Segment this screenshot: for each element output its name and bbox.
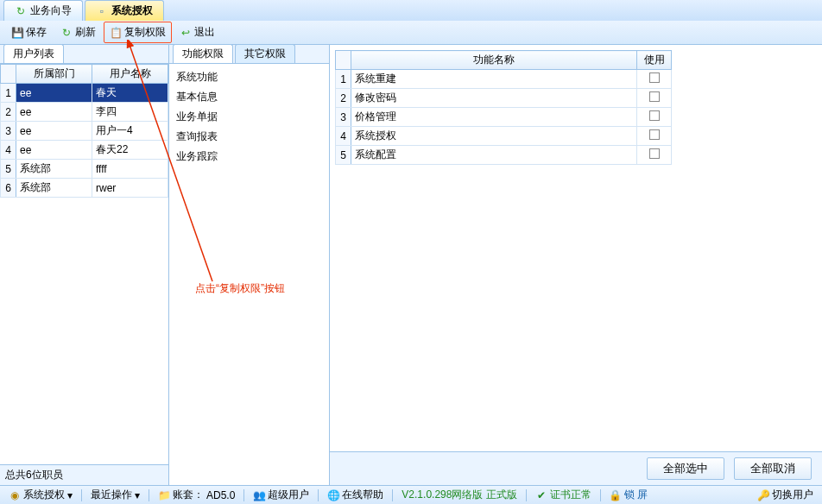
cell-use — [637, 89, 672, 108]
rownum: 5 — [1, 160, 16, 179]
document-icon: ▫ — [96, 5, 108, 17]
exit-button[interactable]: ↩ 退出 — [174, 22, 221, 43]
col-name[interactable]: 用户名称 — [92, 65, 168, 84]
col-rownum[interactable] — [1, 65, 16, 84]
rownum: 1 — [1, 84, 16, 103]
rownum: 2 — [336, 89, 351, 108]
rownum: 3 — [336, 108, 351, 127]
cell-func: 系统配置 — [351, 146, 637, 165]
col-use[interactable]: 使用 — [637, 51, 672, 70]
rownum: 1 — [336, 70, 351, 89]
status-lock[interactable]: 🔒 锁 屏 — [606, 488, 651, 502]
table-row[interactable]: 5系统配置 — [336, 146, 672, 165]
table-row[interactable]: 4系统授权 — [336, 127, 672, 146]
users-icon: 👥 — [253, 489, 265, 501]
checkbox[interactable] — [649, 72, 660, 83]
cell-dept: ee — [16, 103, 92, 122]
tab-system-auth[interactable]: ▫ 系统授权 — [85, 0, 164, 21]
tab-label: 系统授权 — [111, 3, 153, 18]
refresh-icon: ↻ — [15, 5, 27, 17]
status-bar: ◉ 系统授权 ▾ 最近操作 ▾ 📁 账套： AD5.0 👥 超级用户 🌐 在线帮… — [0, 485, 822, 504]
save-button[interactable]: 💾 保存 — [5, 22, 53, 43]
rownum: 4 — [336, 127, 351, 146]
cell-dept: ee — [16, 84, 92, 103]
rownum: 5 — [336, 146, 351, 165]
cell-dept: 系统部 — [16, 160, 92, 179]
main-area: 用户列表 所属部门 用户名称 1ee春天2ee李四3ee用户一44ee春天225… — [0, 45, 822, 485]
tab-business-guide[interactable]: ↻ 业务向导 — [3, 0, 83, 21]
table-row[interactable]: 3价格管理 — [336, 108, 672, 127]
category-item[interactable]: 基本信息 — [169, 87, 329, 107]
cell-dept: ee — [16, 122, 92, 141]
lock-icon: 🔒 — [610, 489, 622, 501]
col-rownum[interactable] — [336, 51, 351, 70]
status-account[interactable]: 📁 账套： AD5.0 — [155, 488, 238, 502]
table-row[interactable]: 2ee李四 — [1, 103, 168, 122]
cell-use — [637, 108, 672, 127]
btn-label: 保存 — [26, 25, 47, 40]
table-row[interactable]: 4ee春天22 — [1, 141, 168, 160]
category-item[interactable]: 业务跟踪 — [169, 147, 329, 167]
checkbox[interactable] — [649, 91, 660, 102]
status-recent[interactable]: 最近操作 ▾ — [87, 488, 143, 502]
table-row[interactable]: 3ee用户一4 — [1, 122, 168, 141]
btn-label: 复制权限 — [124, 25, 166, 40]
check-icon: ✔ — [535, 489, 547, 501]
exit-icon: ↩ — [180, 27, 192, 39]
tab-other-perm[interactable]: 其它权限 — [235, 44, 295, 63]
main-tabs: ↻ 业务向导 ▫ 系统授权 — [0, 0, 822, 21]
left-panel: 用户列表 所属部门 用户名称 1ee春天2ee李四3ee用户一44ee春天225… — [0, 45, 169, 485]
deselect-all-button[interactable]: 全部取消 — [734, 457, 812, 480]
cell-name: rwer — [92, 179, 168, 198]
copy-permission-button[interactable]: 📋 复制权限 — [104, 22, 172, 43]
category-list: 系统功能基本信息业务单据查询报表业务跟踪 — [169, 64, 329, 170]
category-item[interactable]: 系统功能 — [169, 67, 329, 87]
rownum: 6 — [1, 179, 16, 198]
copy-icon: 📋 — [110, 27, 122, 39]
cell-use — [637, 146, 672, 165]
col-func-name[interactable]: 功能名称 — [351, 51, 637, 70]
cell-name: 用户一4 — [92, 122, 168, 141]
btn-label: 刷新 — [75, 25, 96, 40]
checkbox[interactable] — [649, 148, 660, 159]
cell-use — [637, 127, 672, 146]
refresh-icon: ↻ — [60, 27, 73, 39]
checkbox[interactable] — [649, 110, 660, 121]
mid-panel: 功能权限 其它权限 系统功能基本信息业务单据查询报表业务跟踪 — [169, 45, 330, 485]
table-row[interactable]: 1ee春天 — [1, 84, 168, 103]
select-all-button[interactable]: 全部选中 — [647, 457, 724, 480]
tab-label: 业务向导 — [30, 3, 72, 18]
gear-icon: ◉ — [9, 489, 21, 501]
category-item[interactable]: 业务单据 — [169, 107, 329, 127]
tab-user-list[interactable]: 用户列表 — [3, 44, 64, 63]
user-grid: 所属部门 用户名称 1ee春天2ee李四3ee用户一44ee春天225系统部ff… — [0, 64, 168, 464]
status-user[interactable]: 👥 超级用户 — [250, 488, 313, 502]
table-row[interactable]: 2修改密码 — [336, 89, 672, 108]
status-help[interactable]: 🌐 在线帮助 — [324, 488, 387, 502]
cell-dept: ee — [16, 141, 92, 160]
cell-dept: 系统部 — [16, 179, 92, 198]
rownum: 3 — [1, 122, 16, 141]
status-version: V2.1.0.298网络版 正式版 — [398, 488, 520, 502]
checkbox[interactable] — [649, 129, 660, 140]
permission-grid: 功能名称 使用 1系统重建2修改密码3价格管理4系统授权5系统配置 — [335, 50, 672, 165]
col-dept[interactable]: 所属部门 — [16, 65, 92, 84]
category-item[interactable]: 查询报表 — [169, 127, 329, 147]
rownum: 4 — [1, 141, 16, 160]
cell-func: 系统重建 — [351, 70, 637, 89]
tab-func-perm[interactable]: 功能权限 — [173, 44, 233, 63]
save-icon: 💾 — [11, 27, 23, 39]
right-panel: 功能名称 使用 1系统重建2修改密码3价格管理4系统授权5系统配置 全部选中 全… — [330, 45, 822, 485]
status-module[interactable]: ◉ 系统授权 ▾ — [5, 488, 76, 502]
table-row[interactable]: 5系统部ffff — [1, 160, 168, 179]
table-row[interactable]: 6系统部rwer — [1, 179, 168, 198]
refresh-button[interactable]: ↻ 刷新 — [54, 22, 102, 43]
cell-name: 春天22 — [92, 141, 168, 160]
cell-use — [637, 70, 672, 89]
table-row[interactable]: 1系统重建 — [336, 70, 672, 89]
folder-icon: 📁 — [158, 489, 170, 501]
key-icon: 🔑 — [757, 489, 769, 501]
status-switch-user[interactable]: 🔑 切换用户 — [754, 488, 817, 502]
cell-name: ffff — [92, 160, 168, 179]
user-count: 总共6位职员 — [0, 464, 168, 485]
